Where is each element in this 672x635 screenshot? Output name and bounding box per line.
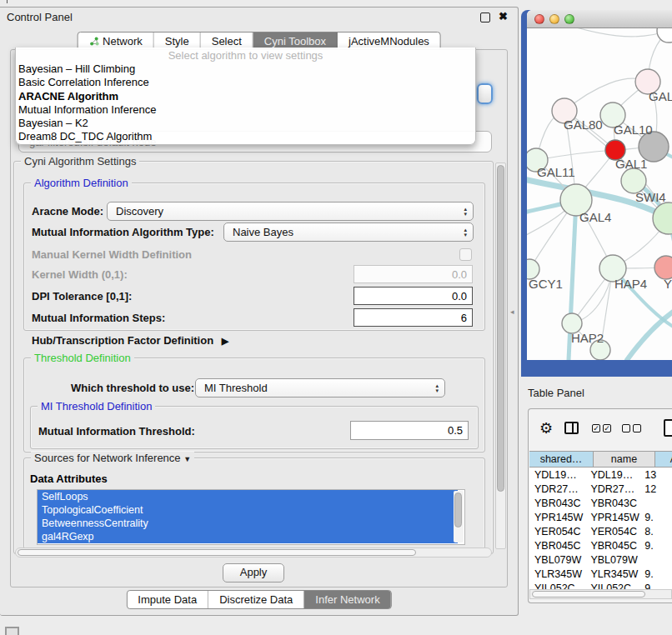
new-table-icon[interactable] (664, 419, 672, 437)
table-toolbar: ⚙ ✓✓ (529, 409, 672, 450)
table-cell: 9. (639, 512, 672, 523)
attributes-scrollbar[interactable] (454, 491, 464, 542)
apply-button[interactable]: Apply (223, 563, 284, 582)
mi-type-label: Mutual Information Algorithm Type: (32, 226, 214, 238)
sources-toggle[interactable]: Sources for Network Inference ▼ (31, 452, 194, 464)
table-row[interactable]: YBR043CYBR043C (529, 496, 672, 510)
attribute-item-betweennesscentrality[interactable]: BetweennessCentrality (38, 517, 458, 530)
top-left-tick (7, 0, 8, 3)
mi-threshold-field[interactable] (350, 421, 469, 440)
network-window: GALGAL80GAL10GAL1GAL11SWI4GAL4GCY1HAP4YH… (527, 10, 672, 360)
settings-vertical-scrollbar-thumb[interactable] (497, 165, 504, 492)
attributes-scrollbar-thumb[interactable] (454, 492, 462, 528)
table-row[interactable]: YBL079WYBL079W (529, 552, 672, 567)
mi-threshold-definition-title: MI Threshold Definition (38, 400, 155, 412)
column-header-a[interactable]: A (655, 451, 672, 468)
node-label-swi4: SWI4 (635, 190, 666, 204)
minimized-panel-icon[interactable] (5, 627, 19, 635)
table-cell: YER054C (529, 526, 585, 538)
table-cell: YDL19… (585, 469, 639, 481)
split-columns-icon[interactable] (564, 422, 579, 434)
network-window-titlebar[interactable] (527, 10, 672, 28)
column-header-shared[interactable]: shared… (529, 451, 594, 468)
control-panel-bottom-tabs: Impute DataDiscretize DataInfer Network (126, 590, 391, 609)
float-window-button[interactable] (480, 12, 490, 22)
table-panel-title: Table Panel (528, 387, 584, 399)
table-horizontal-scrollbar[interactable] (529, 589, 672, 599)
dpi-tolerance-field[interactable] (354, 287, 473, 305)
settings-vertical-scrollbar[interactable] (495, 162, 506, 549)
settings-horizontal-scrollbar-thumb[interactable] (18, 549, 416, 556)
algorithm-option-basic-correlation-inference[interactable]: Basic Correlation Inference (16, 76, 475, 89)
node-label-gal80: GAL80 (564, 118, 603, 132)
bottom-tab-infer-network[interactable]: Infer Network (304, 591, 390, 608)
mi-steps-field[interactable] (354, 308, 473, 327)
manual-kernel-label: Manual Kernel Width Definition (32, 248, 192, 261)
algorithm-popup-placeholder: Select algorithm to view settings (16, 49, 475, 62)
bottom-tab-discretize-data[interactable]: Discretize Data (208, 591, 304, 608)
table-row[interactable]: YDL19…YDL19…13 (529, 468, 672, 482)
node-label-gal10: GAL10 (614, 122, 653, 137)
network-node[interactable] (657, 28, 672, 42)
table-cell: YBR045C (529, 540, 585, 552)
node-label-y: Y (664, 277, 672, 291)
algorithm-option-aracne-algorithm[interactable]: ARACNE Algorithm (16, 90, 475, 103)
node-label-gal1: GAL1 (615, 157, 647, 171)
gear-icon[interactable]: ⚙ (539, 419, 553, 438)
data-attributes-label: Data Attributes (30, 472, 108, 485)
mi-type-combo[interactable]: Naive Bayes ▴▾ (223, 222, 474, 242)
close-window-button[interactable]: ✖ (499, 10, 508, 22)
network-node-swi4[interactable] (653, 202, 672, 234)
attribute-item-topologicalcoefficient[interactable]: TopologicalCoefficient (38, 503, 458, 517)
minimize-traffic-icon[interactable] (549, 14, 559, 24)
algorithm-option-dream8-dc-tdc-algorithm[interactable]: Dream8 DC_TDC Algorithm (16, 130, 475, 143)
algorithm-option-mutual-information-inference[interactable]: Mutual Information Inference (16, 103, 475, 117)
threshold-definition-title: Threshold Definition (31, 352, 134, 364)
table-row[interactable]: YPR145WYPR145W9. (529, 510, 672, 524)
algorithm-option-bayesian-k2[interactable]: Bayesian – K2 (16, 117, 475, 130)
algorithm-option-bayesian-hill-climbing[interactable]: Bayesian – Hill Climbing (16, 62, 475, 76)
node-label-gal4: GAL4 (579, 210, 611, 224)
network-node-y[interactable] (654, 256, 672, 279)
table-cell: YDR27… (585, 483, 639, 495)
attribute-item-selfloops[interactable]: SelfLoops (38, 490, 458, 503)
settings-horizontal-scrollbar[interactable] (15, 548, 492, 558)
table-row[interactable]: YDR27…YDR27…12 (529, 482, 672, 496)
network-canvas[interactable]: GALGAL80GAL10GAL1GAL11SWI4GAL4GCY1HAP4YH… (527, 28, 672, 360)
deselect-all-columns-icon[interactable] (622, 424, 641, 432)
zoom-traffic-icon[interactable] (564, 14, 574, 24)
node-label-gcy1: GCY1 (529, 277, 563, 291)
attribute-item-gal4rgexp[interactable]: gal4RGexp (38, 530, 458, 543)
table-row[interactable]: YIL052CYIL052C9. (529, 581, 672, 589)
manual-kernel-checkbox[interactable] (459, 248, 472, 261)
dpi-tolerance-label: DPI Tolerance [0,1]: (32, 290, 132, 302)
table-cell: YLR345W (585, 568, 639, 580)
table-horizontal-scrollbar-thumb[interactable] (532, 591, 645, 598)
table-cell: YER054C (585, 526, 639, 538)
mi-steps-label: Mutual Information Steps: (32, 312, 165, 324)
table-row[interactable]: YBR045CYBR045C9. (529, 538, 672, 552)
network-window-frame: GALGAL80GAL10GAL1GAL11SWI4GAL4GCY1HAP4YH… (521, 10, 672, 377)
table-row[interactable]: YER054CYER054C8. (529, 524, 672, 538)
hub-definition-toggle[interactable]: Hub/Transcription Factor Definition ▶ (32, 334, 228, 347)
aracne-mode-combo[interactable]: Discovery ▴▾ (107, 202, 474, 221)
node-label-gal: GAL (649, 89, 672, 103)
mi-threshold-label: Mutual Information Threshold: (38, 425, 195, 438)
table-cell: 9. (639, 540, 672, 552)
aracne-mode-label: Aracne Mode: (32, 205, 103, 218)
kernel-width-field[interactable] (354, 265, 473, 283)
algorithm-combo-spinner[interactable] (477, 83, 493, 104)
table-body: YDL19…YDL19…13YDR27…YDR27…12YBR043CYBR04… (529, 468, 672, 589)
bottom-tab-impute-data[interactable]: Impute Data (127, 591, 208, 608)
which-threshold-combo[interactable]: MI Threshold ▴▾ (195, 378, 445, 398)
table-cell: YBR043C (585, 498, 639, 509)
node-label-hap2: HAP2 (571, 331, 604, 345)
column-header-name[interactable]: name (594, 451, 655, 468)
splitter-handle[interactable]: ◂ (510, 308, 514, 316)
close-traffic-icon[interactable] (534, 14, 544, 24)
select-all-columns-icon[interactable]: ✓✓ (592, 424, 611, 432)
cyni-algorithm-settings-title: Cyni Algorithm Settings (21, 155, 139, 168)
table-row[interactable]: YLR345WYLR345W9. (529, 567, 672, 581)
table-cell: 8. (639, 526, 672, 538)
mi-type-value: Naive Bayes (233, 226, 293, 238)
